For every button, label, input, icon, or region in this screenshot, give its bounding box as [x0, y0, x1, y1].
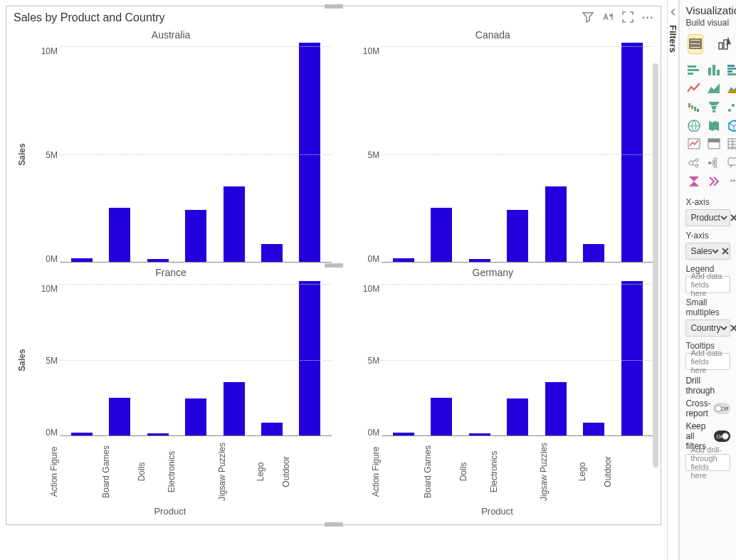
viz-type-stacked-column[interactable] [705, 62, 722, 78]
viz-type-decomposition-tree[interactable] [705, 154, 722, 170]
bar-board games[interactable] [431, 208, 452, 262]
bar-dolls[interactable] [147, 259, 169, 262]
bar-jigsaw puzzles[interactable] [545, 186, 567, 262]
legend-drop-zone[interactable]: Add data fields here [685, 276, 730, 293]
drillthrough-drop-zone[interactable]: Add drill-through fields here [685, 454, 730, 471]
focus-mode-icon[interactable] [622, 11, 634, 25]
bar-action figure[interactable] [393, 258, 414, 262]
visual-container[interactable]: Sales by Product and Country Australia S… [6, 6, 661, 525]
bar-lego[interactable] [583, 423, 604, 435]
svg-point-64 [695, 164, 698, 167]
y-tick: 0M [356, 428, 382, 436]
y-axis-title: Sales [17, 349, 27, 371]
more-options-icon[interactable] [642, 11, 653, 25]
viz-type-kpi[interactable] [685, 136, 703, 152]
keep-filters-toggle[interactable]: On [714, 430, 730, 442]
smallmult-field-pill[interactable]: Country [685, 319, 730, 337]
viz-type-table[interactable] [725, 136, 736, 152]
viz-type-key-influencers[interactable] [685, 154, 703, 170]
viz-type-slicer[interactable] [705, 136, 722, 152]
viz-type-azure-map[interactable] [725, 117, 736, 133]
bar-electronics[interactable] [185, 398, 206, 435]
bar-action figure[interactable] [71, 258, 93, 262]
plot-area [382, 46, 653, 263]
visualizations-pane: Visualizations Build visual 123RPy X-axi… [679, 0, 736, 560]
chart-panel-australia[interactable]: Australia Sales 10M 5M 0M [10, 29, 332, 267]
bar-dolls[interactable] [147, 433, 169, 435]
panel-title: Germany [332, 267, 653, 281]
spotlight-icon[interactable] [602, 11, 614, 25]
xaxis-label: X-axis [685, 197, 730, 207]
bar-action figure[interactable] [71, 433, 93, 435]
bar-lego[interactable] [261, 423, 283, 435]
svg-point-68 [714, 165, 717, 168]
resize-handle-top[interactable] [325, 4, 343, 9]
y-tick: 5M [34, 150, 60, 159]
viz-type-funnel[interactable] [705, 99, 722, 115]
tab-format[interactable] [717, 35, 731, 53]
svg-rect-35 [688, 103, 690, 107]
xaxis-field-pill[interactable]: Product [685, 209, 730, 226]
viz-type-scatter[interactable] [725, 99, 736, 115]
chart-title: Sales by Product and Country [14, 11, 582, 24]
viz-type-line[interactable] [685, 80, 703, 96]
bar-electronics[interactable] [507, 210, 528, 262]
scrollbar-vertical[interactable] [653, 63, 658, 467]
cross-report-toggle[interactable]: Off [713, 403, 730, 414]
viz-type-more-icon[interactable] [725, 173, 736, 189]
pane-title: Visualizations [685, 4, 736, 16]
resize-handle-bottom[interactable] [325, 522, 343, 527]
bar-outdoor[interactable] [621, 43, 643, 262]
bar-jigsaw puzzles[interactable] [224, 382, 245, 435]
chart-panel-canada[interactable]: Canada 10M 5M 0M [332, 29, 653, 267]
viz-type-qna[interactable] [725, 154, 736, 170]
bar-jigsaw puzzles[interactable] [545, 382, 567, 435]
svg-point-65 [708, 162, 711, 164]
viz-type-clustered-bar[interactable] [725, 62, 736, 78]
expand-filters-icon[interactable] [668, 7, 678, 19]
bar-board games[interactable] [109, 208, 130, 262]
bar-outdoor[interactable] [299, 43, 320, 262]
svg-rect-6 [688, 65, 696, 68]
viz-type-map[interactable] [685, 117, 703, 133]
chart-panel-france[interactable]: France Sales 10M 5M 0M Action FigureBoar… [10, 267, 332, 504]
bar-dolls[interactable] [469, 433, 490, 435]
svg-point-40 [732, 104, 735, 107]
bar-outdoor[interactable] [299, 281, 320, 435]
tab-build[interactable] [688, 35, 703, 53]
bar-board games[interactable] [109, 398, 130, 435]
yaxis-field-pill[interactable]: Sales [685, 243, 730, 260]
y-tick: 10M [34, 46, 60, 55]
svg-rect-36 [691, 105, 693, 109]
bar-action figure[interactable] [393, 433, 414, 435]
y-tick: 0M [34, 428, 60, 436]
bar-board games[interactable] [431, 398, 452, 435]
viz-type-get-more-visuals[interactable] [705, 173, 722, 189]
bar-outdoor[interactable] [621, 281, 643, 435]
bar-lego[interactable] [583, 244, 604, 262]
viz-type-stacked-area[interactable] [725, 80, 736, 96]
viz-type-waterfall[interactable] [685, 99, 703, 115]
bar-lego[interactable] [261, 244, 283, 262]
bar-jigsaw puzzles[interactable] [224, 186, 245, 262]
yaxis-field-name: Sales [690, 246, 712, 256]
bar-dolls[interactable] [469, 259, 490, 262]
chart-panel-germany[interactable]: Germany 10M 5M 0M Action FigureBoard Gam… [332, 267, 653, 504]
viz-type-stacked-bar[interactable] [685, 62, 703, 78]
viz-type-area[interactable] [705, 80, 722, 96]
svg-point-63 [695, 159, 698, 162]
y-tick: 5M [34, 356, 60, 364]
tooltips-drop-zone[interactable]: Add data fields here [685, 353, 730, 370]
viz-type-power-automate[interactable] [685, 173, 703, 189]
y-tick: 0M [34, 254, 60, 263]
viz-type-filled-map[interactable] [705, 117, 722, 133]
visual-header: Sales by Product and Country [6, 6, 661, 29]
filter-icon[interactable] [582, 11, 594, 25]
svg-rect-15 [727, 73, 736, 75]
smallmult-label: Small multiples [685, 297, 730, 317]
svg-rect-3 [719, 43, 722, 49]
bar-electronics[interactable] [185, 210, 206, 262]
y-tick: 5M [356, 356, 382, 364]
bar-electronics[interactable] [507, 398, 528, 435]
format-tabs [685, 31, 730, 58]
